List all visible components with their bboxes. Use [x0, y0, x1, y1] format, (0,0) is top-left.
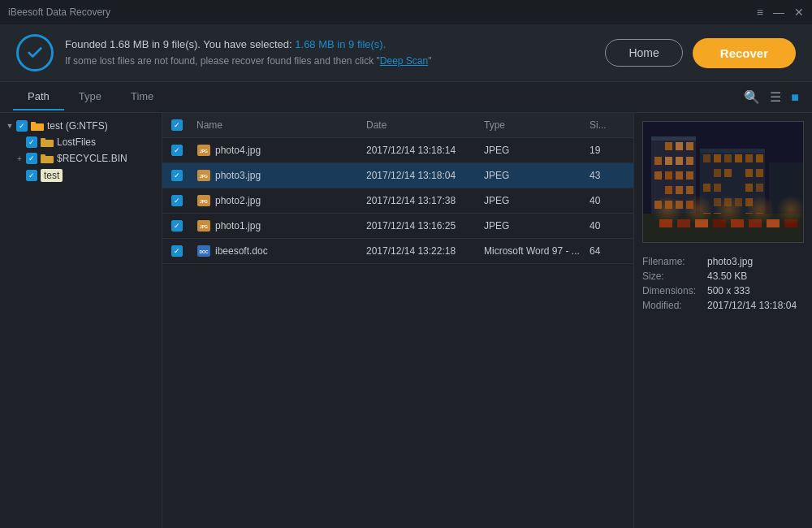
tab-time[interactable]: Time	[116, 84, 168, 110]
svg-text:JPG: JPG	[200, 224, 208, 229]
row-checkbox-f3[interactable]: ✓	[162, 195, 192, 206]
preview-canvas	[643, 122, 804, 242]
status-icon	[16, 34, 54, 71]
expand-icon-recycle: +	[15, 154, 24, 163]
tree-label-lostfiles: LostFiles	[57, 136, 96, 148]
svg-text:JPG: JPG	[200, 174, 208, 179]
file-type-f1: JPEG	[479, 143, 585, 158]
recover-button[interactable]: Recover	[693, 38, 796, 68]
file-row[interactable]: ✓ JPG photo4.jpg 2017/12/14 13:18:14 JPE…	[162, 138, 633, 163]
jpg-icon: JPG	[197, 169, 211, 182]
menu-button[interactable]: ≡	[757, 6, 763, 19]
jpg-icon: JPG	[197, 144, 211, 157]
file-size-f3: 40	[585, 193, 633, 208]
expand-icon-lostfiles	[15, 137, 24, 147]
file-type-f2: JPEG	[479, 168, 585, 183]
file-date-f3: 2017/12/14 13:17:38	[361, 193, 479, 208]
file-date-f2: 2017/12/14 13:18:04	[361, 168, 479, 183]
file-date-f4: 2017/12/14 13:16:25	[361, 219, 479, 233]
checkbox-lostfiles[interactable]: ✓	[26, 136, 37, 148]
filename-label: Filename:	[642, 256, 707, 267]
size-value: 43.50 KB	[707, 270, 747, 282]
file-name-f5: DOC ibeesoft.doc	[192, 243, 361, 259]
preview-info: Filename: photo3.jpg Size: 43.50 KB Dime…	[634, 243, 812, 322]
modified-value: 2017/12/14 13:18:04	[707, 300, 797, 311]
col-header-date: Date	[361, 118, 479, 132]
scan-result-line2: If some lost files are not found, please…	[65, 54, 431, 69]
titlebar: iBeesoft Data Recovery ≡ — ✕	[0, 0, 812, 24]
tab-type[interactable]: Type	[64, 84, 116, 110]
file-name-f2: JPG photo3.jpg	[192, 167, 361, 184]
file-size-f4: 40	[585, 219, 633, 233]
info-modified: Modified: 2017/12/14 13:18:04	[642, 300, 804, 311]
header: Founded 1.68 MB in 9 file(s). You have s…	[0, 24, 812, 82]
file-list: ✓ Name Date Type Si... ✓ JPG photo4.jpg …	[162, 113, 633, 528]
info-dimensions: Dimensions: 500 x 333	[642, 285, 804, 296]
tabs-left: Path Type Time	[13, 84, 168, 110]
grid-icon[interactable]: ■	[791, 90, 799, 105]
tree-item-lostfiles[interactable]: ✓ LostFiles	[0, 134, 162, 150]
folder-icon-lostfiles	[41, 137, 54, 147]
row-checkbox-f2[interactable]: ✓	[162, 170, 192, 181]
svg-rect-2	[31, 122, 36, 124]
filelist-header: ✓ Name Date Type Si...	[162, 113, 633, 138]
col-header-type: Type	[479, 118, 585, 132]
col-header-name: Name	[192, 118, 361, 132]
doc-icon: DOC	[197, 245, 211, 258]
tab-path[interactable]: Path	[13, 84, 64, 110]
preview-panel: Filename: photo3.jpg Size: 43.50 KB Dime…	[633, 113, 812, 528]
dimensions-value: 500 x 333	[707, 285, 750, 296]
file-rows-container: ✓ JPG photo4.jpg 2017/12/14 13:18:14 JPE…	[162, 138, 633, 264]
tree-label-recycle: $RECYCLE.BIN	[57, 153, 127, 164]
file-row[interactable]: ✓ JPG photo3.jpg 2017/12/14 13:18:04 JPE…	[162, 163, 633, 188]
search-icon[interactable]: 🔍	[744, 89, 760, 105]
close-button[interactable]: ✕	[794, 6, 804, 19]
file-name-f3: JPG photo2.jpg	[192, 193, 361, 209]
tabs-bar: Path Type Time 🔍 ☰ ■	[0, 82, 812, 113]
row-checkbox-f1[interactable]: ✓	[162, 145, 192, 156]
checkbox-test[interactable]: ✓	[26, 170, 37, 181]
file-name-f4: JPG photo1.jpg	[192, 218, 361, 234]
file-row[interactable]: ✓ DOC ibeesoft.doc 2017/12/14 13:22:18 M…	[162, 239, 633, 264]
main-area: ▼ ✓ test (G:NTFS) ✓ LostFiles + ✓	[0, 113, 812, 528]
preview-image	[642, 121, 804, 243]
file-date-f1: 2017/12/14 13:18:14	[361, 143, 479, 158]
deep-scan-link[interactable]: Deep Scan	[380, 55, 428, 67]
tree-item-test[interactable]: ✓ test	[0, 167, 162, 184]
svg-rect-5	[41, 156, 54, 163]
modified-label: Modified:	[642, 300, 707, 311]
file-name-f1: JPG photo4.jpg	[192, 142, 361, 158]
scan-result-line1: Founded 1.68 MB in 9 file(s). You have s…	[65, 37, 431, 54]
tree-item-recycle[interactable]: + ✓ $RECYCLE.BIN	[0, 150, 162, 167]
header-text: Founded 1.68 MB in 9 file(s). You have s…	[65, 37, 431, 69]
file-size-f2: 43	[585, 168, 633, 183]
tree-label-root: test (G:NTFS)	[47, 120, 108, 132]
file-row[interactable]: ✓ JPG photo2.jpg 2017/12/14 13:17:38 JPE…	[162, 188, 633, 214]
tree-label-test: test	[41, 169, 63, 182]
tree-item-root[interactable]: ▼ ✓ test (G:NTFS)	[0, 118, 162, 134]
header-checkbox[interactable]: ✓	[171, 119, 183, 131]
svg-rect-6	[41, 154, 45, 157]
checkbox-root[interactable]: ✓	[16, 120, 28, 132]
header-actions: Home Recover	[605, 38, 796, 68]
row-checkbox-f5[interactable]: ✓	[162, 245, 192, 257]
home-button[interactable]: Home	[605, 39, 682, 67]
expand-icon-test	[15, 171, 24, 180]
folder-icon-root	[31, 121, 44, 131]
svg-text:DOC: DOC	[199, 249, 209, 254]
row-checkbox-f4[interactable]: ✓	[162, 220, 192, 232]
expand-icon-root: ▼	[5, 121, 15, 131]
list-icon[interactable]: ☰	[770, 89, 781, 105]
size-label: Size:	[642, 270, 707, 282]
folder-tree: ▼ ✓ test (G:NTFS) ✓ LostFiles + ✓	[0, 113, 162, 528]
dimensions-label: Dimensions:	[642, 285, 707, 296]
file-row[interactable]: ✓ JPG photo1.jpg 2017/12/14 13:16:25 JPE…	[162, 214, 633, 239]
file-size-f5: 64	[585, 244, 633, 258]
folder-icon-recycle	[41, 154, 54, 163]
minimize-button[interactable]: —	[773, 6, 784, 19]
svg-rect-4	[41, 138, 45, 141]
window-controls: ≡ — ✕	[757, 6, 804, 19]
header-info: Founded 1.68 MB in 9 file(s). You have s…	[16, 34, 431, 71]
file-type-f3: JPEG	[479, 193, 585, 208]
checkbox-recycle[interactable]: ✓	[26, 153, 37, 164]
